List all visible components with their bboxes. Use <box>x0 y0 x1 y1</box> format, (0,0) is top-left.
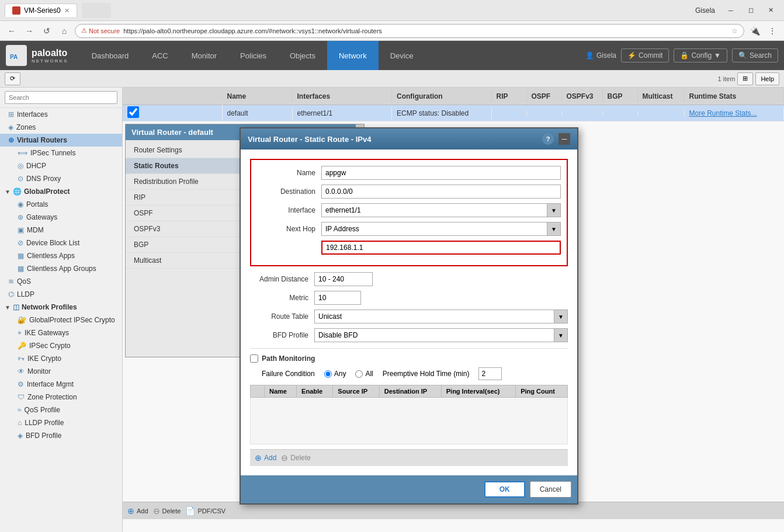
user-area: 👤 Gisela <box>585 51 616 60</box>
sidebar-item-qos[interactable]: ≋ QoS <box>0 275 122 288</box>
interface-select-wrapper: ethernet1/1 ▼ <box>321 203 561 217</box>
sidebar-group-ipsec: ⟺ IPSec Tunnels ◎ DHCP ⊙ DNS Proxy <box>0 147 122 185</box>
sidebar-item-gp-ipsec-crypto[interactable]: 🔐 GlobalProtect IPSec Crypto <box>5 314 122 326</box>
interfaces-icon: ⊞ <box>8 110 14 119</box>
help-btn[interactable]: Help <box>755 72 779 85</box>
gp-ipsec-icon: 🔐 <box>18 316 26 324</box>
pdf-csv-btn[interactable]: 📄 PDF/CSV <box>185 506 226 516</box>
pm-option-any[interactable]: Any <box>324 370 346 378</box>
sidebar-item-lldp-profile[interactable]: ⌂ LLDP Profile <box>5 416 122 429</box>
nexthop-select[interactable]: IP Address <box>321 222 561 236</box>
row-runtime[interactable]: More Runtime Stats... <box>685 107 785 120</box>
home-btn[interactable]: ⌂ <box>57 24 71 38</box>
tab-close-btn[interactable]: ✕ <box>64 7 70 15</box>
tab-device[interactable]: Device <box>379 41 425 70</box>
bfd-profile-select[interactable]: Disable BFD <box>314 328 568 342</box>
nexthop-select-wrapper: IP Address ▼ <box>321 222 561 236</box>
sidebar-item-gateways[interactable]: ⊛ Gateways <box>5 211 122 224</box>
form-row-ip <box>257 241 561 255</box>
sidebar-item-bfd-profile[interactable]: ◈ BFD Profile <box>5 429 122 442</box>
dialog-min-icon[interactable]: ─ <box>558 133 570 145</box>
sidebar-item-clientless-app-groups[interactable]: ▩ Clientless App Groups <box>5 262 122 275</box>
nexthop-label: Next Hop <box>257 225 321 233</box>
sidebar-item-interface-mgmt[interactable]: ⚙ Interface Mgmt <box>5 378 122 391</box>
pm-delete-btn[interactable]: ⊖ Delete <box>281 453 311 463</box>
add-btn[interactable]: ⊕ Add <box>127 506 148 516</box>
route-table-select[interactable]: Unicast <box>314 310 568 324</box>
row-interfaces: ethernet1/1 <box>293 107 393 120</box>
sidebar-item-ike-crypto[interactable]: 🗝 IKE Crypto <box>5 352 122 365</box>
sidebar-item-monitor[interactable]: 👁 Monitor <box>5 365 122 378</box>
preemptive-hold-input[interactable] <box>478 367 502 380</box>
sidebar-item-zone-protection[interactable]: 🛡 Zone Protection <box>5 391 122 404</box>
sidebar-item-ipsec-tunnels[interactable]: ⟺ IPSec Tunnels <box>5 147 122 159</box>
search-btn[interactable]: 🔍 Search <box>732 48 778 62</box>
table-header: Name Interfaces Configuration RIP OSPF O… <box>123 88 784 105</box>
sidebar-item-virtual-routers[interactable]: ⊕ Virtual Routers <box>0 134 122 147</box>
extensions-btn[interactable]: 🔌 <box>748 24 762 38</box>
delete-btn[interactable]: ⊖ Delete <box>153 506 181 516</box>
refresh-btn[interactable]: ↺ <box>40 24 54 38</box>
destination-input[interactable] <box>321 185 561 199</box>
route-table-arrow[interactable]: ▼ <box>554 310 568 324</box>
bfd-profile-arrow[interactable]: ▼ <box>554 328 568 342</box>
browser-menu-btn[interactable]: ⋮ <box>765 24 779 38</box>
forward-btn[interactable]: → <box>22 24 36 38</box>
refresh-toolbar-btn[interactable]: ⟳ <box>5 72 20 85</box>
sidebar-item-lldp[interactable]: ⌬ LLDP <box>0 288 122 301</box>
sidebar-item-dns-proxy[interactable]: ⊙ DNS Proxy <box>5 172 122 185</box>
cancel-btn[interactable]: Cancel <box>530 481 571 498</box>
columns-btn[interactable]: ⊞ <box>737 72 753 85</box>
sidebar-item-dhcp[interactable]: ◎ DHCP <box>5 159 122 172</box>
address-input-container[interactable]: ⚠ Not secure https://palo-alto0.northeur… <box>75 24 744 38</box>
row-name: default <box>223 107 293 120</box>
admin-distance-input[interactable] <box>314 272 373 286</box>
pm-options: Failure Condition Any All <box>262 367 568 380</box>
table-row[interactable]: default ethernet1/1 ECMP status: Disable… <box>123 105 784 121</box>
tab-acc[interactable]: ACC <box>140 41 179 70</box>
add-bottom-icon: ⊕ <box>127 506 134 516</box>
config-btn[interactable]: 🔒 Config ▼ <box>674 48 727 62</box>
tab-objects[interactable]: Objects <box>278 41 327 70</box>
dialog-help-icon[interactable]: ? <box>542 133 554 145</box>
back-btn[interactable]: ← <box>5 24 19 38</box>
tab-dashboard[interactable]: Dashboard <box>80 41 141 70</box>
sidebar-item-mdm[interactable]: ▣ MDM <box>5 224 122 237</box>
pm-col-ping-interval: Ping Interval(sec) <box>441 385 515 398</box>
ip-input[interactable] <box>321 241 561 255</box>
nav-actions: 👤 Gisela ⚡ Commit 🔒 Config ▼ 🔍 Search <box>585 48 778 62</box>
minimize-btn[interactable]: ─ <box>722 5 740 16</box>
pm-option-all[interactable]: All <box>355 370 373 378</box>
sidebar-item-device-block-list[interactable]: ⊘ Device Block List <box>5 237 122 249</box>
ok-btn[interactable]: OK <box>484 481 525 498</box>
restore-btn[interactable]: ◻ <box>742 5 759 16</box>
sidebar-item-ike-gateways[interactable]: ⌖ IKE Gateways <box>5 326 122 339</box>
sidebar-item-globalprotect[interactable]: ▼ 🌐 GlobalProtect <box>0 185 122 198</box>
sidebar-item-ipsec-crypto[interactable]: 🔑 IPSec Crypto <box>5 339 122 352</box>
sidebar-item-clientless-apps[interactable]: ▦ Clientless Apps <box>5 249 122 262</box>
metric-input[interactable] <box>314 291 361 305</box>
sidebar-item-zones[interactable]: ◈ Zones <box>0 121 122 134</box>
sidebar-search-input[interactable] <box>5 91 117 104</box>
interface-dropdown-arrow[interactable]: ▼ <box>547 203 561 217</box>
sidebar-item-portals[interactable]: ◉ Portals <box>5 198 122 211</box>
browser-tab[interactable]: VM-Series0 ✕ <box>5 4 77 17</box>
sidebar-item-network-profiles[interactable]: ▼ ◫ Network Profiles <box>0 301 122 314</box>
row-checkbox[interactable] <box>123 104 223 122</box>
pm-header: Path Monitoring <box>250 354 568 363</box>
tab-network[interactable]: Network <box>327 41 379 70</box>
tab-monitor[interactable]: Monitor <box>180 41 228 70</box>
items-count: 1 item <box>717 75 735 82</box>
name-input[interactable] <box>321 166 561 180</box>
pm-checkbox[interactable] <box>250 354 258 363</box>
tab-policies[interactable]: Policies <box>228 41 278 70</box>
sidebar-item-qos-profile[interactable]: ≈ QoS Profile <box>5 404 122 416</box>
interface-select[interactable]: ethernet1/1 <box>321 203 561 217</box>
commit-btn[interactable]: ⚡ Commit <box>621 48 669 62</box>
zoneprot-icon: 🛡 <box>18 393 25 401</box>
close-btn[interactable]: ✕ <box>762 5 779 16</box>
bfd-profile-icon: ◈ <box>18 432 23 440</box>
pm-add-btn[interactable]: ⊕ Add <box>255 453 276 463</box>
sidebar-item-interfaces[interactable]: ⊞ Interfaces <box>0 108 122 121</box>
nexthop-dropdown-arrow[interactable]: ▼ <box>547 222 561 236</box>
